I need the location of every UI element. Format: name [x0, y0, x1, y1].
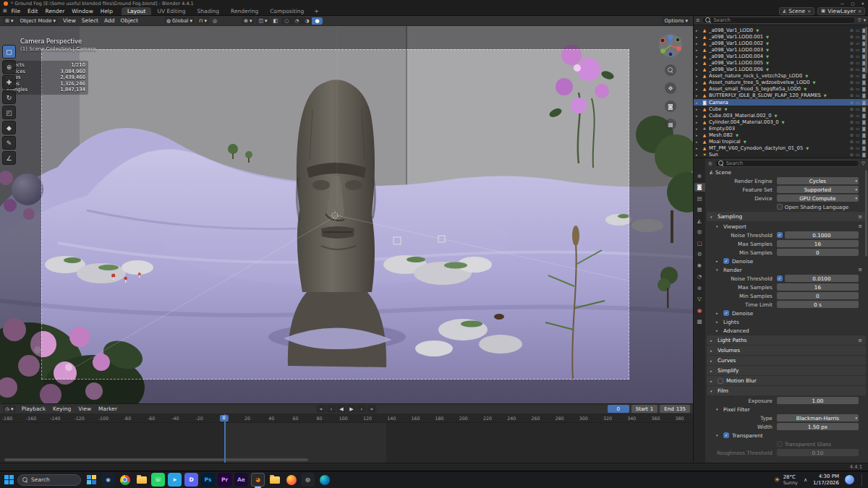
properties-tab-texture[interactable]: ▩ [694, 317, 705, 326]
caret-icon[interactable]: ▸ [696, 140, 700, 144]
folder-icon[interactable] [268, 473, 281, 487]
outliner-item-sun[interactable]: ▸☀Sun⊙▭◙ [694, 152, 868, 158]
hide-eye-icon[interactable]: ⊙ [850, 114, 854, 118]
viewport-disable-icon[interactable]: ▭ [856, 133, 859, 137]
filter-icon[interactable]: ▽ [858, 17, 861, 23]
caret-icon[interactable]: ▸ [696, 93, 700, 98]
maximize-button[interactable]: ▢ [851, 1, 854, 6]
editor-type-button[interactable]: ⊞ ▾ [3, 17, 15, 25]
caret-icon[interactable]: ▸ [696, 100, 700, 105]
hide-eye-icon[interactable]: ⊙ [850, 127, 854, 131]
play-reverse-button[interactable]: ◀ [337, 405, 346, 413]
photoshop-icon[interactable]: Ps [201, 473, 215, 487]
render-disable-icon[interactable]: ◙ [861, 114, 866, 118]
frame-end-field[interactable]: End 135 [660, 405, 690, 413]
annotate-tool[interactable]: ✎ [2, 136, 16, 150]
jump-to-start-button[interactable]: « [317, 405, 326, 413]
timeline-track-area[interactable] [0, 423, 693, 463]
shading-solid-button[interactable]: ◔ [292, 17, 302, 25]
viewport-disable-icon[interactable]: ▭ [856, 35, 859, 39]
caret-icon[interactable]: ▸ [696, 133, 700, 137]
panel-menu-icon[interactable]: ≡ [858, 338, 862, 343]
outliner[interactable]: ≡ Search ▽ ▾ ▸▲_a098_Var1_LOD0▼⊙▭◙▸▲_a09… [694, 16, 868, 158]
close-button[interactable]: ✕ [861, 1, 864, 6]
edge-icon[interactable] [318, 473, 331, 487]
current-frame-field[interactable]: 0 [608, 405, 629, 413]
panel-checkbox[interactable]: ✓ [723, 432, 729, 438]
properties-tab-material[interactable]: ◉ [694, 306, 705, 314]
menu-file[interactable]: File [7, 8, 24, 14]
select-box-tool[interactable]: ▢ [2, 45, 16, 59]
show-desktop-button[interactable] [861, 474, 864, 487]
properties-editor-icon[interactable]: ◎ [708, 160, 712, 166]
caret-icon[interactable]: ▸ [696, 74, 700, 78]
render-disable-icon[interactable]: ◙ [861, 146, 866, 150]
cursor-tool[interactable]: ⊕ [2, 60, 16, 74]
prev-keyframe-button[interactable]: ‹ [327, 405, 336, 413]
hide-eye-icon[interactable]: ⊙ [850, 153, 854, 157]
discord-icon[interactable]: D [184, 473, 198, 487]
properties-tab-world[interactable]: ◍ [694, 228, 705, 236]
blender-icon[interactable]: ◕ [251, 473, 265, 487]
weather-widget[interactable]: ☀ 28°C Sunny [774, 474, 798, 486]
chrome-icon[interactable] [118, 473, 132, 487]
viewport-disable-icon[interactable]: ▭ [856, 54, 859, 59]
obs-icon[interactable]: ◎ [301, 473, 315, 487]
timeline[interactable]: ◷ ▾ PlaybackKeyingViewMarker «‹◀▶›» 0 St… [0, 403, 693, 463]
outliner-item-a098-var1-lod0-004[interactable]: ▸▲_a098_Var1.LOD0.004▼⊙▭◙ [694, 53, 868, 59]
properties-editor[interactable]: ⊕◙▤▦◭◍▢⚙✱◔⊗▽◉▩ ◎ Search ▽ ◭ Scene [694, 158, 868, 463]
jump-to-end-button[interactable]: » [367, 405, 377, 413]
property-field[interactable]: 0 [777, 249, 859, 256]
next-keyframe-button[interactable]: › [357, 405, 367, 413]
property-field[interactable]: 16 [777, 240, 859, 247]
menu-edit[interactable]: Edit [24, 8, 42, 14]
render-disable-icon[interactable]: ◙ [861, 74, 866, 78]
hide-eye-icon[interactable]: ⊙ [850, 80, 854, 85]
hide-eye-icon[interactable]: ⊙ [850, 67, 854, 72]
property-field[interactable]: GPU Compute▾ [777, 194, 859, 202]
caret-icon[interactable]: ▸ [696, 80, 700, 85]
viewport-disable-icon[interactable]: ▭ [856, 48, 859, 52]
hide-eye-icon[interactable]: ⊙ [850, 93, 854, 98]
outliner-item-moai-tropical[interactable]: ▸▲Moai tropical▼⊙▭◙ [694, 139, 868, 145]
panel-render[interactable]: ▾Render≡ [707, 265, 866, 274]
viewport-canvas[interactable]: Camera Perspective (1) Scene Collection … [0, 26, 693, 403]
panel-denoise[interactable]: ▸✓Denoise [707, 257, 866, 265]
outliner-scrollbar[interactable] [865, 27, 867, 73]
camera-view-icon[interactable]: ◙ [665, 100, 676, 112]
after-effects-icon[interactable]: Ae [234, 473, 248, 487]
move-tool[interactable]: ✚ [2, 75, 16, 89]
render-disable-icon[interactable]: ◙ [861, 140, 866, 144]
shading-wireframe-button[interactable]: ○ [281, 17, 292, 25]
shading-material-button[interactable]: ◑ [302, 17, 312, 25]
viewport-disable-icon[interactable]: ▭ [856, 28, 859, 33]
caret-icon[interactable]: ▸ [696, 87, 700, 91]
scale-tool[interactable]: ◰ [2, 106, 16, 119]
scene-unlink-icon[interactable]: ✕ [807, 9, 811, 14]
caret-icon[interactable]: ▸ [696, 146, 700, 150]
workspace-tab-layout[interactable]: Layout [122, 7, 152, 15]
panel-denoise[interactable]: ▸✓Denoise [707, 309, 866, 317]
panel-simplify[interactable]: ▸Simplify [707, 366, 866, 375]
property-field[interactable]: Blackman-Harris▾ [777, 414, 859, 421]
clock[interactable]: 4:30 PM 1/17/2026 [813, 474, 839, 486]
timeline-menu-view[interactable]: View [75, 406, 95, 412]
workspace-tab-compositing[interactable]: Compositing [264, 7, 310, 15]
gizmos-toggle[interactable]: ⊕ ▾ [242, 17, 254, 25]
caret-icon[interactable]: ▸ [696, 61, 700, 65]
properties-search-input[interactable]: Search [715, 160, 859, 167]
render-disable-icon[interactable]: ◙ [861, 93, 866, 98]
menu-help[interactable]: Help [97, 8, 116, 14]
panel-light-paths[interactable]: ▸Light Paths≡ [707, 335, 866, 345]
outliner-item-a098-var1-lod0-005[interactable]: ▸▲_a098_Var1.LOD0.005▼⊙▭◙ [694, 59, 868, 66]
panel-curves[interactable]: ▸Curves [707, 356, 866, 365]
outliner-item-mesh-082[interactable]: ▸▲Mesh.082▼⊙▭◙ [694, 132, 868, 139]
panel-advanced[interactable]: ▸Advanced [707, 326, 866, 335]
caret-icon[interactable]: ▸ [696, 28, 700, 33]
properties-tab-output[interactable]: ▤ [694, 194, 705, 202]
menu-window[interactable]: Window [68, 8, 97, 14]
caret-icon[interactable]: ▸ [696, 41, 700, 46]
playhead[interactable] [224, 414, 226, 463]
property-field[interactable]: 0 s [777, 301, 859, 308]
navigation-gizmo[interactable] [658, 33, 683, 58]
